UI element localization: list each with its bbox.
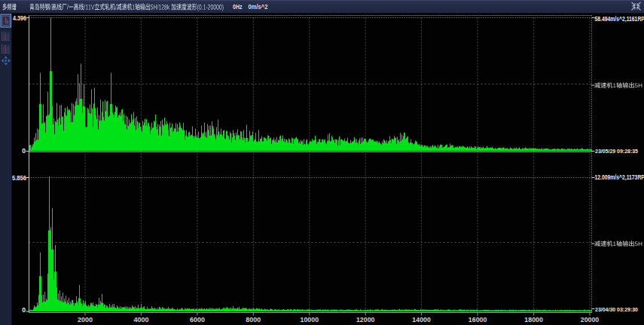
svg-text:0: 0: [22, 306, 26, 314]
svg-text:14000: 14000: [412, 316, 431, 323]
svg-text:2000: 2000: [78, 316, 93, 323]
svg-text:8000: 8000: [246, 316, 261, 323]
svg-text:16000: 16000: [469, 316, 487, 323]
svg-text:4.396: 4.396: [13, 14, 26, 22]
svg-text:10000: 10000: [301, 316, 319, 323]
svg-text:12.009m/s^2,1173RPM: 12.009m/s^2,1173RPM: [595, 173, 644, 181]
svg-text:58.494m/s^2,1161RPM: 58.494m/s^2,1161RPM: [595, 15, 644, 23]
svg-text:5.856: 5.856: [12, 174, 26, 182]
svg-text:0: 0: [22, 147, 26, 155]
svg-text:0Hz: 0Hz: [233, 3, 243, 11]
svg-text:12000: 12000: [356, 316, 375, 323]
svg-text:23/05/29 09:28:35: 23/05/29 09:28:35: [595, 148, 638, 155]
svg-text:18000: 18000: [524, 316, 543, 323]
svg-text:0m/s^2: 0m/s^2: [249, 3, 268, 11]
svg-text:20000: 20000: [581, 316, 600, 323]
svg-text:6000: 6000: [190, 316, 205, 323]
svg-text:23/04/30 03:29:30: 23/04/30 03:29:30: [595, 306, 638, 313]
svg-text:4000: 4000: [133, 316, 148, 323]
